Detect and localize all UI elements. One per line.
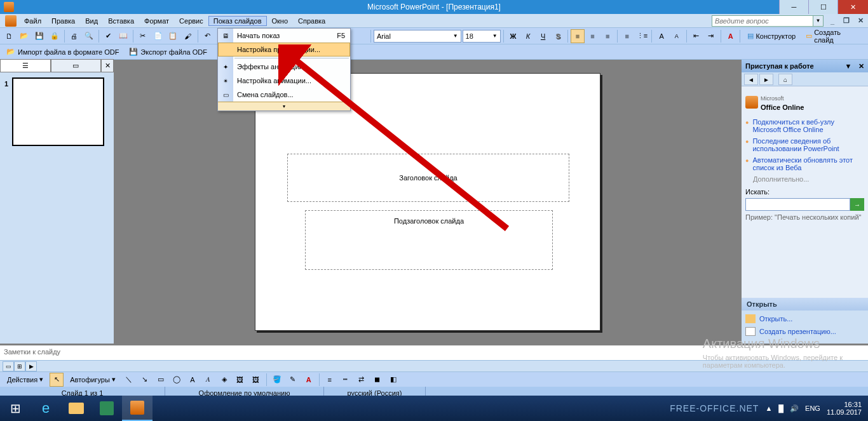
- font-color-draw-icon[interactable]: A: [302, 373, 316, 387]
- taskpane-dropdown-icon[interactable]: ▼: [845, 62, 852, 70]
- tab-close[interactable]: ✕: [101, 59, 114, 72]
- slide-title-placeholder[interactable]: Заголовок слайда: [287, 154, 569, 202]
- taskbar-explorer-icon[interactable]: [61, 396, 92, 421]
- line-color-icon[interactable]: ✎: [286, 373, 300, 387]
- dash-style-icon[interactable]: ┅: [339, 373, 353, 387]
- question-input[interactable]: [712, 15, 813, 27]
- bullet-list-icon[interactable]: ⋮≡: [635, 29, 649, 43]
- odf-export-button[interactable]: 💾Экспорт файла ODF: [125, 45, 211, 59]
- open-icon[interactable]: 📂: [18, 29, 32, 43]
- link-more[interactable]: Дополнительно...: [753, 175, 864, 183]
- taskbar-ie-icon[interactable]: e: [31, 396, 61, 421]
- menu-format[interactable]: Формат: [139, 16, 174, 26]
- preview-icon[interactable]: 🔍: [82, 29, 96, 43]
- menu-expand[interactable]: ▾: [218, 102, 350, 110]
- menu-window[interactable]: Окно: [267, 16, 294, 26]
- bold-icon[interactable]: Ж: [506, 29, 520, 43]
- create-presentation-link[interactable]: Создать презентацию...: [745, 327, 864, 336]
- menuitem-setup-show[interactable]: Настройка презентации...: [218, 43, 350, 57]
- arrow-style-icon[interactable]: ⇄: [355, 373, 369, 387]
- menuitem-start-show[interactable]: 🖥 Начать показF5: [218, 29, 350, 43]
- permission-icon[interactable]: 🔒: [48, 29, 62, 43]
- maximize-button[interactable]: ☐: [808, 0, 837, 14]
- shadow-icon[interactable]: S: [551, 29, 565, 43]
- mdi-minimize[interactable]: _: [827, 17, 837, 25]
- designer-button[interactable]: ▤Конструктор: [743, 29, 800, 43]
- line-icon[interactable]: ＼: [122, 373, 136, 387]
- fill-color-icon[interactable]: 🪣: [270, 373, 284, 387]
- nav-home-icon[interactable]: ⌂: [778, 74, 792, 85]
- rectangle-icon[interactable]: ▭: [154, 373, 168, 387]
- open-file-link[interactable]: Открыть...: [745, 314, 864, 323]
- picture-icon[interactable]: 🖼: [249, 373, 263, 387]
- slide-subtitle-placeholder[interactable]: Подзаголовок слайда: [305, 210, 553, 270]
- link-latest-info[interactable]: Последние сведения об использовании Powe…: [745, 137, 864, 152]
- taskbar-powerpoint-icon[interactable]: [122, 396, 153, 421]
- normal-view-icon[interactable]: ▭: [3, 361, 14, 371]
- fontsize-select[interactable]: 18▼: [463, 30, 501, 43]
- menu-slideshow[interactable]: Показ слайдов: [208, 16, 267, 26]
- slide-thumbnail-1[interactable]: [12, 77, 104, 146]
- italic-icon[interactable]: К: [521, 29, 535, 43]
- save-icon[interactable]: 💾: [32, 29, 46, 43]
- slide-editor[interactable]: Заголовок слайда Подзаголовок слайда: [114, 60, 741, 344]
- nav-back-icon[interactable]: ◄: [744, 74, 758, 85]
- nav-fwd-icon[interactable]: ►: [759, 74, 773, 85]
- slide-canvas[interactable]: Заголовок слайда Подзаголовок слайда: [255, 73, 600, 331]
- menu-edit[interactable]: Правка: [46, 16, 80, 26]
- undo-icon[interactable]: ↶: [201, 29, 215, 43]
- new-slide-button[interactable]: ▭Создать слайд: [801, 29, 865, 43]
- oval-icon[interactable]: ◯: [170, 373, 184, 387]
- copy-icon[interactable]: 📄: [151, 29, 165, 43]
- slideshow-view-icon[interactable]: ▶: [25, 361, 37, 371]
- start-button[interactable]: ⊞: [0, 396, 31, 421]
- arrow-icon[interactable]: ↘: [138, 373, 152, 387]
- 3d-style-icon[interactable]: ◧: [386, 373, 400, 387]
- print-icon[interactable]: 🖨: [67, 29, 81, 43]
- cut-icon[interactable]: ✂: [136, 29, 150, 43]
- search-go-button[interactable]: →: [850, 198, 864, 211]
- sorter-view-icon[interactable]: ⊞: [14, 361, 25, 371]
- mdi-close[interactable]: ✕: [855, 17, 865, 25]
- menuitem-animation-schemes[interactable]: ✦ Эффекты анимации...: [218, 60, 350, 74]
- menu-file[interactable]: Файл: [19, 16, 46, 26]
- numbered-list-icon[interactable]: ≡: [620, 29, 634, 43]
- line-style-icon[interactable]: ≡: [323, 373, 337, 387]
- mdi-restore[interactable]: ❐: [841, 17, 851, 25]
- font-select[interactable]: Arial▼: [374, 30, 461, 43]
- link-auto-update[interactable]: Автоматически обновлять этот список из В…: [745, 156, 864, 171]
- menu-help[interactable]: Справка: [293, 16, 330, 26]
- tray-clock[interactable]: 16:31 11.09.2017: [827, 401, 862, 416]
- tab-slides[interactable]: ▭: [51, 59, 102, 72]
- taskpane-close-icon[interactable]: ✕: [858, 62, 864, 70]
- close-button[interactable]: ✕: [837, 0, 868, 14]
- autoshapes-button[interactable]: Автофигуры▾: [65, 373, 120, 387]
- tray-volume-icon[interactable]: 🔊: [790, 404, 799, 413]
- shadow-style-icon[interactable]: ◼: [370, 373, 384, 387]
- increase-font-icon[interactable]: A: [654, 29, 668, 43]
- tray-lang[interactable]: ENG: [805, 404, 820, 412]
- increase-indent-icon[interactable]: ⇥: [704, 29, 718, 43]
- odf-import-button[interactable]: 📂Импорт файла в формате ODF: [3, 45, 123, 59]
- tab-outline[interactable]: ☰: [0, 59, 51, 72]
- align-left-icon[interactable]: ≡: [571, 29, 585, 43]
- menu-view[interactable]: Вид: [80, 16, 103, 26]
- decrease-indent-icon[interactable]: ⇤: [689, 29, 703, 43]
- tray-network-icon[interactable]: █: [778, 404, 783, 412]
- textbox-icon[interactable]: A: [186, 373, 200, 387]
- taskbar-store-icon[interactable]: [92, 396, 122, 421]
- menu-tools[interactable]: Сервис: [174, 16, 208, 26]
- spelling-icon[interactable]: ✔: [102, 29, 116, 43]
- diagram-icon[interactable]: ◈: [217, 373, 231, 387]
- new-icon[interactable]: 🗋: [3, 29, 17, 43]
- format-painter-icon[interactable]: 🖌: [181, 29, 195, 43]
- draw-actions[interactable]: Действия▾: [3, 373, 48, 387]
- menuitem-slide-transition[interactable]: ▭ Смена слайдов...: [218, 88, 350, 102]
- font-color-icon[interactable]: A: [724, 29, 738, 43]
- decrease-font-icon[interactable]: A: [670, 29, 684, 43]
- align-right-icon[interactable]: ≡: [600, 29, 614, 43]
- select-icon[interactable]: ↖: [50, 373, 64, 387]
- search-input[interactable]: [745, 198, 850, 211]
- underline-icon[interactable]: Ч: [536, 29, 550, 43]
- menu-insert[interactable]: Вставка: [103, 16, 139, 26]
